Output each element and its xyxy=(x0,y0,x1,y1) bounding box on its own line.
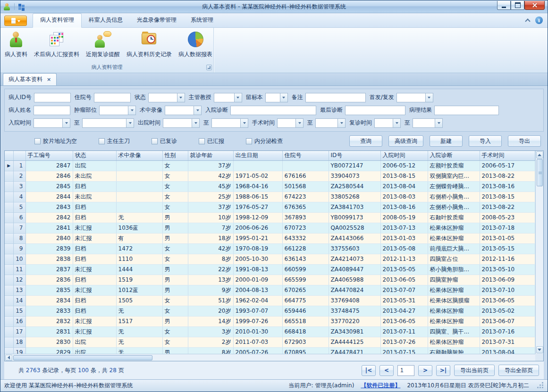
discharge-time-from-combo[interactable] xyxy=(163,118,200,128)
chevron-down-icon[interactable] xyxy=(194,106,201,115)
ribbon-button-history-records[interactable]: 病人资料历史记录 xyxy=(123,29,175,59)
patient-name-input[interactable] xyxy=(34,106,70,115)
remark-input[interactable] xyxy=(305,93,366,102)
scroll-left-icon[interactable] xyxy=(5,355,12,361)
professor-combo[interactable] xyxy=(214,93,242,102)
ribbon-button-patient-data[interactable]: 病人资料 xyxy=(1,29,31,59)
admit-diagnosis-input[interactable] xyxy=(230,106,316,115)
column-header[interactable] xyxy=(5,151,13,160)
column-header[interactable]: 入院时间 xyxy=(380,151,428,160)
checkbox-icon[interactable] xyxy=(199,138,205,144)
close-tab-icon[interactable]: × xyxy=(47,77,51,82)
app-menu-button[interactable] xyxy=(4,16,27,26)
chevron-down-icon[interactable] xyxy=(192,119,199,127)
title-bar[interactable]: 病人基本资料 - 某某医院神经外科-神经外科数据管理系统 xyxy=(0,0,548,13)
checkbox-icon[interactable] xyxy=(99,138,105,144)
tab-patient-data-management[interactable]: 病人资料管理 xyxy=(33,13,82,28)
column-header[interactable]: 出生日期 xyxy=(233,151,282,160)
column-header[interactable]: 术中录像 xyxy=(116,151,162,160)
scroll-up-icon[interactable] xyxy=(536,151,543,158)
admit-time-to-combo[interactable] xyxy=(82,118,134,128)
revisit-time-to-combo[interactable] xyxy=(413,118,443,128)
table-row[interactable]: ▶ 1 2847 出院 女 37岁 YB0072147 2006-05-12 左… xyxy=(5,160,535,171)
resize-grip-icon[interactable] xyxy=(538,383,544,389)
table-row[interactable]: 7 2841 未汇报 1036蓝 男 7岁 2006-06-26 670723 … xyxy=(5,223,535,233)
next-page-button[interactable]: > xyxy=(418,365,432,376)
checkbox-icon[interactable] xyxy=(246,138,252,144)
table-row[interactable]: 15 2833 归档 无 女 20岁 1993-07-07 659446 337… xyxy=(5,306,535,316)
specimen-combo[interactable] xyxy=(265,93,288,102)
column-header[interactable] xyxy=(13,151,25,160)
surgery-time-from-combo[interactable] xyxy=(277,118,304,128)
advanced-query-button[interactable]: 高级查询 xyxy=(388,135,423,147)
page-number-input[interactable] xyxy=(397,365,414,376)
table-row[interactable]: 6 2842 归档 无 男 10岁 1998-12-09 367893 YB00… xyxy=(5,212,535,223)
filter-checkbox[interactable]: 已复诊 xyxy=(152,137,177,145)
tab-disc-tape-management[interactable]: 光盘录像带管理 xyxy=(130,14,184,27)
collapse-ribbon-icon[interactable] xyxy=(525,18,530,24)
surgery-time-to-combo[interactable] xyxy=(315,118,346,128)
intraop-video-combo[interactable] xyxy=(165,106,202,115)
chevron-down-icon[interactable] xyxy=(425,93,433,102)
first-recur-combo[interactable] xyxy=(396,93,433,102)
query-button[interactable]: 查询 xyxy=(349,135,382,147)
filter-checkbox[interactable]: 内分泌检查 xyxy=(246,137,283,145)
admission-no-input[interactable] xyxy=(94,93,131,102)
vertical-scrollbar[interactable] xyxy=(535,151,543,354)
first-page-button[interactable]: |< xyxy=(362,365,376,376)
ribbon-button-postop-report[interactable]: 术后病人汇报资料 xyxy=(31,29,83,59)
checkbox-icon[interactable] xyxy=(34,138,41,144)
table-row[interactable]: 8 2840 未汇报 有 男 18岁 1995-01-21 643332 ZA4… xyxy=(5,233,535,243)
table-row[interactable]: 17 2831 未汇报 无 女 3岁 2010-01-30 668418 ZA3… xyxy=(5,326,535,337)
import-button[interactable]: 导入 xyxy=(469,135,502,147)
chevron-down-icon[interactable] xyxy=(393,119,400,127)
chevron-down-icon[interactable] xyxy=(177,93,185,102)
export-all-pages-button[interactable]: 导出全部页 xyxy=(498,365,539,376)
table-row[interactable]: 13 2835 未汇报 1012蓝 男 9岁 2004-08-13 670265… xyxy=(5,285,535,295)
export-current-page-button[interactable]: 导出当前页 xyxy=(454,365,495,376)
chevron-down-icon[interactable] xyxy=(337,119,345,127)
table-row[interactable]: 12 2836 归档 1519 男 13岁 2000-01-09 665599 … xyxy=(5,275,535,285)
column-header[interactable]: 手工编号 xyxy=(25,151,73,160)
final-diagnosis-input[interactable] xyxy=(345,106,405,115)
maximize-button[interactable] xyxy=(511,1,524,10)
table-row[interactable]: 2 2846 未出院 女 42岁 1971-05-02 676166 33904… xyxy=(5,171,535,181)
revisit-time-from-combo[interactable] xyxy=(374,118,401,128)
tab-department-staff[interactable]: 科室人员信息 xyxy=(82,14,130,27)
software-registered-link[interactable]: 【软件已注册】 xyxy=(361,382,400,390)
info-icon[interactable]: i xyxy=(535,17,543,24)
pathology-result-input[interactable] xyxy=(434,106,499,115)
tumor-site-combo[interactable] xyxy=(99,106,136,115)
column-header[interactable]: 状态 xyxy=(73,151,116,160)
chevron-down-icon[interactable] xyxy=(240,119,248,127)
checkbox-icon[interactable] xyxy=(152,138,158,144)
table-row[interactable]: 14 2834 归档 1505 女 51岁 1962-02-04 664775 … xyxy=(5,295,535,306)
table-row[interactable]: 16 2832 未汇报 1517 男 14岁 1999-07-26 665518… xyxy=(5,316,535,326)
doc-tab-patient-basic-info[interactable]: 病人基本资料 × xyxy=(3,73,57,85)
admit-time-from-combo[interactable] xyxy=(34,118,70,128)
vertical-scroll-thumb[interactable] xyxy=(537,159,543,186)
chevron-down-icon[interactable] xyxy=(128,106,135,115)
discharge-time-to-combo[interactable] xyxy=(211,118,248,128)
table-row[interactable]: 3 2845 归档 女 45岁 1968-04-16 501568 ZA2580… xyxy=(5,181,535,192)
ribbon-button-revisit-reminder[interactable]: 近期复诊提醒 xyxy=(83,29,123,59)
export-button[interactable]: 导出 xyxy=(508,135,541,147)
column-header[interactable]: 性别 xyxy=(162,151,188,160)
quick-access-layout-icon[interactable] xyxy=(18,4,25,10)
last-page-button[interactable]: >| xyxy=(436,365,450,376)
filter-checkbox[interactable]: 胶片地址为空 xyxy=(34,137,77,145)
horizontal-scroll-thumb[interactable] xyxy=(13,355,152,360)
prev-page-button[interactable]: < xyxy=(379,365,394,376)
chevron-down-icon[interactable] xyxy=(234,93,242,102)
filter-checkbox[interactable]: 主任主刀 xyxy=(99,137,130,145)
table-row[interactable]: 5 2843 归档 女 37岁 1976-05-27 676365 ZA3841… xyxy=(5,202,535,212)
table-row[interactable]: 10 2838 归档 1110 女 8岁 2005-10-30 636143 Z… xyxy=(5,254,535,264)
new-button[interactable]: 新建 xyxy=(430,135,463,147)
table-row[interactable]: 18 2830 出院 无 女 2岁 2011-07-03 672903 ZA44… xyxy=(5,337,535,347)
minimize-button[interactable] xyxy=(497,1,511,10)
chevron-down-icon[interactable] xyxy=(62,119,70,127)
close-button[interactable] xyxy=(524,1,545,10)
table-row[interactable]: 9 2839 归档 1472 女 42岁 1970-08-19 661228 3… xyxy=(5,243,535,254)
chevron-down-icon[interactable] xyxy=(295,119,303,127)
patient-id-input[interactable] xyxy=(34,93,71,102)
